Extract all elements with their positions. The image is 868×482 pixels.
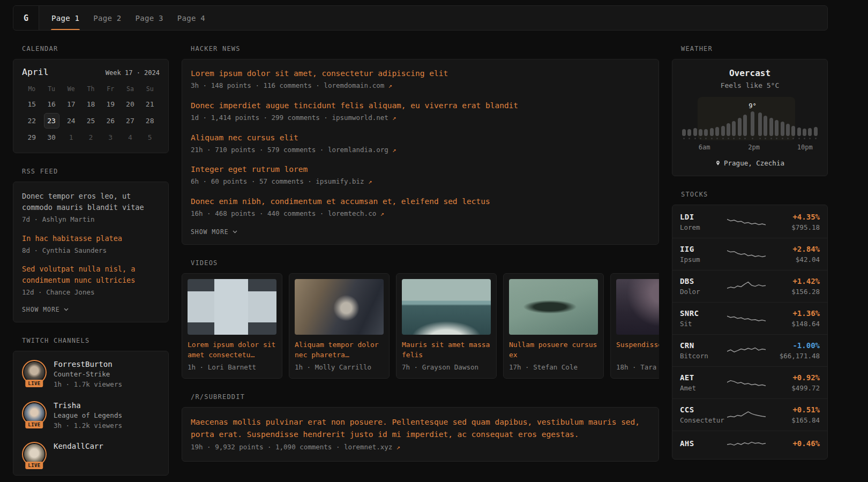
hn-item-domain[interactable]: loremlandia.org	[328, 146, 388, 154]
stock-sparkline	[727, 344, 766, 358]
rss-item-title[interactable]: Donec tempor eros leo, ut commodo mauris…	[22, 191, 160, 213]
temperature-bar	[704, 129, 708, 136]
video-card[interactable]: Mauris sit amet massa felis 7h · Grayson…	[396, 273, 497, 379]
channel-info: Trisha League of Legends 3h · 1.2k viewe…	[54, 401, 122, 431]
logo[interactable]: G	[13, 6, 39, 30]
video-thumbnail[interactable]	[402, 279, 491, 335]
rss-item-title[interactable]: In hac habitasse platea	[22, 233, 160, 244]
video-card[interactable]: Aliquam tempor dolor nec pharetra… 1h · …	[289, 273, 390, 379]
temperature-bar	[803, 129, 806, 136]
stock-values: +4.35% $795.18	[791, 213, 820, 231]
video-title[interactable]: Mauris sit amet massa felis	[402, 340, 491, 360]
page-tab[interactable]: Page 2	[86, 6, 128, 30]
rss-show-more-button[interactable]: SHOW MORE	[22, 306, 69, 313]
calendar-day: 22	[22, 113, 42, 129]
stock-row[interactable]: LDI Lorem +4.35% $795.18	[672, 206, 827, 238]
temperature-bar	[727, 123, 730, 136]
stock-name: Ipsum	[680, 255, 727, 263]
stock-change: -1.00%	[780, 341, 820, 350]
twitch-widget: LIVE ForrestBurton Counter-Strike 1h · 1…	[13, 351, 169, 476]
stock-values: +1.36% $148.64	[791, 309, 820, 328]
calendar-day: 29	[22, 130, 42, 145]
hn-item-domain[interactable]: ipsumworld.net	[332, 114, 388, 122]
stock-row[interactable]: AHS +0.46%	[672, 431, 827, 458]
temperature-bar	[732, 121, 736, 136]
stock-ticker: CCS	[680, 405, 727, 414]
hn-item-domain[interactable]: loremtech.co	[328, 209, 376, 217]
temperature-bar	[751, 111, 754, 136]
stock-price: $66,171.48	[780, 352, 820, 360]
time-label: 6am	[699, 144, 710, 151]
twitch-channel-row[interactable]: LIVE ForrestBurton Counter-Strike 1h · 1…	[22, 360, 160, 390]
video-title[interactable]: Nullam posuere cursus ex	[509, 340, 598, 360]
hour-dot	[683, 138, 685, 139]
calendar-day: 23	[44, 113, 59, 129]
hour-dot	[744, 138, 746, 139]
calendar-day: 5	[140, 130, 160, 145]
subreddit-post-meta: 19h · 9,932 points · 1,090 comments · lo…	[191, 442, 650, 453]
video-thumbnail[interactable]	[188, 279, 276, 335]
video-thumbnail[interactable]	[295, 279, 384, 335]
weather-section-title: WEATHER	[681, 45, 828, 52]
twitch-channel-row[interactable]: LIVE Trisha League of Legends 3h · 1.2k …	[22, 401, 160, 431]
video-title[interactable]: Lorem ipsum dolor sit amet consectetu…	[188, 340, 276, 360]
video-card[interactable]: Nullam posuere cursus ex 17h · Stefan Co…	[503, 273, 604, 379]
calendar-day: 28	[140, 113, 160, 129]
hour-dot	[815, 138, 817, 139]
weather-hour-column	[758, 112, 762, 139]
hn-item-title[interactable]: Lorem ipsum dolor sit amet, consectetur …	[191, 68, 650, 79]
calendar-weekday-row: MoTuWeThFrSaSu	[22, 85, 160, 93]
stock-ticker: AHS	[680, 439, 727, 448]
stock-price: $165.84	[791, 416, 820, 424]
page-tab[interactable]: Page 3	[129, 6, 170, 30]
hn-item-domain[interactable]: loremdomain.com	[324, 81, 384, 89]
stock-row[interactable]: AET Amet +0.92% $499.72	[672, 366, 827, 398]
stock-identity: AET Amet	[680, 373, 727, 392]
page-tab[interactable]: Page 1	[44, 6, 86, 30]
show-more-label: SHOW MORE	[191, 228, 229, 236]
video-card[interactable]: Lorem ipsum dolor sit amet consectetu… 1…	[182, 273, 282, 379]
temperature-bar	[769, 118, 773, 136]
live-badge: LIVE	[25, 462, 43, 469]
rss-item-title[interactable]: Sed volutpat nulla nisl, a condimentum n…	[22, 263, 160, 286]
subreddit-section-title: /R/SUBREDDIT	[191, 393, 659, 401]
hackernews-show-more-button[interactable]: SHOW MORE	[191, 228, 237, 236]
video-meta: 1h · Lori Barnett	[188, 363, 276, 373]
temperature-bar	[738, 118, 742, 136]
stock-row[interactable]: DBS Dolor +1.42% $156.28	[672, 270, 827, 302]
stock-change: +0.46%	[792, 439, 820, 448]
hn-item-title[interactable]: Donec imperdiet augue tincidunt felis al…	[191, 100, 650, 111]
subreddit-widget: Maecenas mollis pulvinar erat non posuer…	[182, 407, 659, 462]
stock-price: $499.72	[791, 384, 820, 392]
temperature-bar	[775, 120, 779, 136]
hn-item-title[interactable]: Donec enim nibh, condimentum et accumsan…	[191, 196, 650, 207]
video-title[interactable]: Aliquam tempor dolor nec pharetra…	[295, 340, 384, 360]
video-thumbnail[interactable]	[509, 279, 598, 335]
video-card[interactable]: Suspendisse diam 18h · Tara	[610, 273, 659, 379]
stock-values: +0.92% $499.72	[791, 373, 820, 392]
page-tab[interactable]: Page 4	[170, 6, 212, 30]
twitch-channel-row[interactable]: LIVE KendallCarr	[22, 442, 160, 466]
stock-row[interactable]: CRN Bitcorn -1.00% $66,171.48	[672, 334, 827, 366]
stock-row[interactable]: IIG Ipsum +2.84% $42.04	[672, 238, 827, 270]
weekday-label: Su	[140, 85, 160, 93]
subreddit-post-stats: 19h · 9,932 points · 1,090 comments ·	[191, 443, 344, 451]
subreddit-post-title[interactable]: Maecenas mollis pulvinar erat non posuer…	[191, 416, 650, 441]
video-thumbnail[interactable]	[616, 279, 659, 335]
hn-item-title[interactable]: Integer eget rutrum lorem	[191, 164, 650, 175]
hn-item-meta: 21h · 710 points · 579 comments · loreml…	[191, 145, 650, 155]
hn-item: Integer eget rutrum lorem 6h · 60 points…	[191, 164, 650, 187]
rss-item-meta: 8d · Cynthia Saunders	[22, 246, 160, 256]
video-title[interactable]: Suspendisse diam	[616, 340, 659, 360]
hn-item-domain[interactable]: ipsumify.biz	[316, 177, 364, 185]
hackernews-list: Lorem ipsum dolor sit amet, consectetur …	[191, 68, 650, 219]
weather-feels-like: Feels like 5°C	[681, 81, 819, 89]
hn-item-title[interactable]: Aliquam nec cursus elit	[191, 132, 650, 144]
subreddit-post-domain[interactable]: loremnet.xyz	[344, 443, 392, 451]
temperature-bar	[797, 127, 801, 136]
weather-hour-column	[808, 128, 812, 139]
weather-hour-column	[769, 118, 773, 139]
stock-row[interactable]: CCS Consectetur +0.51% $165.84	[672, 398, 827, 431]
stock-row[interactable]: SNRC Sit +1.36% $148.64	[672, 302, 827, 334]
stock-change: +1.42%	[791, 277, 820, 285]
